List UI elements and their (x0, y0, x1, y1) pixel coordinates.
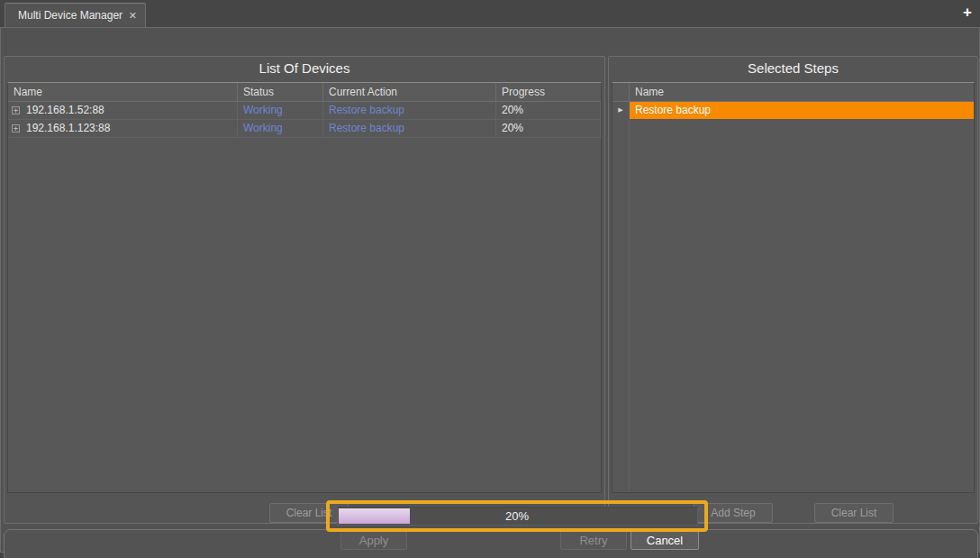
device-current-action: Restore backup (323, 120, 496, 137)
content-panel: List Of Devices Name Status Current Acti… (0, 27, 980, 553)
step-name: Restore backup (630, 102, 974, 119)
device-progress: 20% (496, 102, 601, 119)
device-name: 192.168.1.52:88 (26, 102, 104, 119)
row-selector-column (612, 83, 630, 492)
device-progress: 20% (496, 120, 601, 137)
progress-percent-label: 20% (338, 508, 697, 525)
expand-icon[interactable]: + (12, 106, 20, 114)
steps-table: Name ▶ Restore backup (612, 82, 975, 493)
device-row-2[interactable]: + 192.168.1.123:88 Working Restore backu… (8, 120, 601, 138)
column-header-current-action[interactable]: Current Action (323, 83, 496, 101)
device-name-cell: + 192.168.1.52:88 (8, 102, 238, 119)
devices-groupbox: List Of Devices Name Status Current Acti… (4, 56, 605, 524)
progress-highlight-annotation: 20% (326, 500, 708, 532)
devices-table-header: Name Status Current Action Progress (8, 83, 601, 102)
tab-title: Multi Device Manager (18, 9, 122, 22)
column-header-progress[interactable]: Progress (496, 83, 601, 101)
clear-list-button-steps[interactable]: Clear List (814, 503, 894, 523)
new-tab-icon[interactable]: + (963, 4, 972, 22)
device-current-action: Restore backup (323, 102, 496, 119)
bottom-action-panel (4, 529, 978, 558)
progress-bar: 20% (337, 507, 698, 526)
apply-button[interactable]: Apply (340, 531, 407, 550)
close-icon[interactable]: ✕ (129, 10, 137, 22)
device-name: 192.168.1.123:88 (26, 120, 110, 137)
devices-table: Name Status Current Action Progress + 19… (7, 82, 602, 493)
selector-header-cell (612, 83, 630, 101)
column-header-status[interactable]: Status (238, 83, 323, 101)
device-name-cell: + 192.168.1.123:88 (8, 120, 238, 137)
expand-icon[interactable]: + (12, 124, 20, 133)
step-row-selected[interactable]: ▶ Restore backup (612, 102, 974, 119)
device-status: Working (238, 120, 323, 137)
steps-groupbox: Selected Steps Name ▶ Restore backup Add… (608, 56, 978, 524)
tab-multi-device-manager[interactable]: Multi Device Manager ✕ (5, 3, 146, 27)
steps-table-header: Name (612, 83, 974, 102)
devices-panel-title: List Of Devices (5, 60, 604, 76)
row-selector-cell: ▶ (612, 102, 630, 119)
device-row-1[interactable]: + 192.168.1.52:88 Working Restore backup… (8, 102, 601, 120)
retry-button[interactable]: Retry (560, 531, 627, 550)
column-header-name[interactable]: Name (8, 83, 238, 101)
column-header-step-name[interactable]: Name (630, 83, 974, 101)
current-row-arrow-icon: ▶ (618, 107, 622, 114)
tab-bar: Multi Device Manager ✕ + (0, 0, 980, 27)
steps-panel-title: Selected Steps (609, 60, 977, 76)
device-status: Working (238, 102, 323, 119)
cancel-button[interactable]: Cancel (631, 531, 699, 550)
